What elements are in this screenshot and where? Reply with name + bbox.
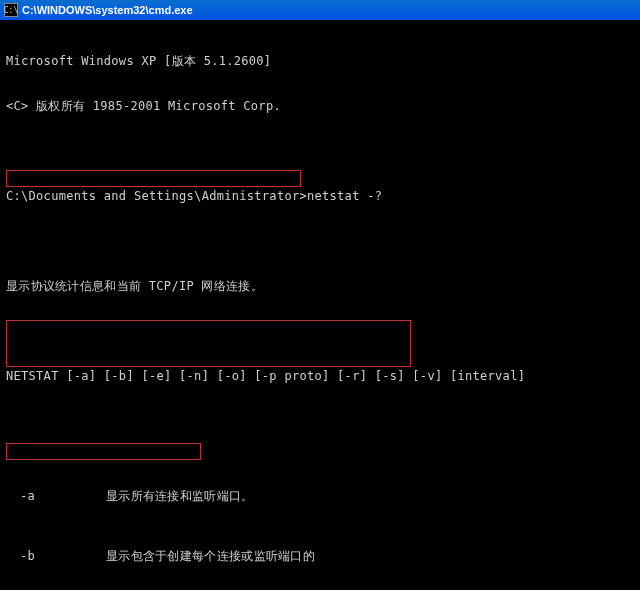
flag-a-desc: 显示所有连接和监听端口。 [106, 489, 634, 504]
header-line2: <C> 版权所有 1985-2001 Microsoft Corp. [6, 99, 634, 114]
terminal-output: Microsoft Windows XP [版本 5.1.2600] <C> 版… [0, 20, 640, 590]
usage-line: NETSTAT [-a] [-b] [-e] [-n] [-o] [-p pro… [6, 369, 634, 384]
flag-a: -a [6, 489, 106, 504]
header-line1: Microsoft Windows XP [版本 5.1.2600] [6, 54, 634, 69]
window-titlebar[interactable]: C:\ C:\WINDOWS\system32\cmd.exe [0, 0, 640, 20]
flag-b-row: -b 显示包含于创建每个连接或监听端口的 [6, 549, 634, 564]
highlight-box-a [6, 170, 301, 187]
cmd-icon: C:\ [4, 3, 18, 17]
flag-b: -b [6, 549, 106, 564]
summary-line: 显示协议统计信息和当前 TCP/IP 网络连接。 [6, 279, 634, 294]
flag-b-desc: 显示包含于创建每个连接或监听端口的 [106, 549, 634, 564]
highlight-box-r [6, 443, 201, 460]
window-title: C:\WINDOWS\system32\cmd.exe [22, 4, 193, 16]
flag-a-row: -a 显示所有连接和监听端口。 [6, 489, 634, 504]
command-prompt: C:\Documents and Settings\Administrator>… [6, 189, 634, 204]
